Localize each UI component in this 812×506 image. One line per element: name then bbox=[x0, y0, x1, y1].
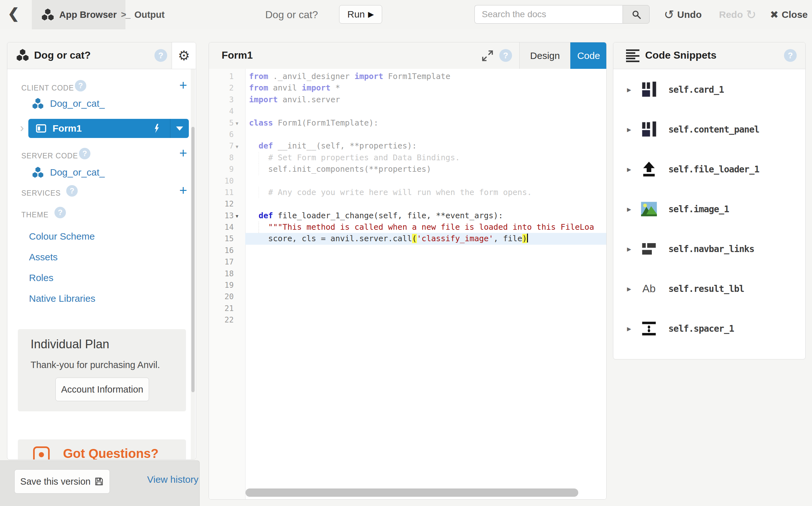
fold-icon[interactable]: ▾ bbox=[236, 212, 245, 220]
close-button[interactable]: ✖ Close bbox=[770, 0, 808, 29]
expand-arrow-icon[interactable]: ▸ bbox=[627, 244, 631, 254]
expand-arrow-icon[interactable]: ▸ bbox=[627, 84, 631, 94]
tab-app-browser[interactable]: App Browser bbox=[32, 0, 125, 29]
code-line-20[interactable]: 20 bbox=[209, 291, 606, 303]
code-line-19[interactable]: 19 bbox=[209, 279, 606, 291]
redo-button[interactable]: Redo ↻ bbox=[719, 0, 756, 29]
line-number: 8 bbox=[209, 152, 236, 163]
snippet-item-result_lbl[interactable]: ▸Abself.result_lbl bbox=[613, 269, 805, 309]
line-number: 4 bbox=[209, 105, 236, 117]
code-line-7[interactable]: 7▾ def __init__(self, **properties): bbox=[209, 140, 606, 152]
view-history-link[interactable]: View history bbox=[147, 474, 198, 485]
code-line-16[interactable]: 16 bbox=[209, 245, 606, 256]
theme-link-roles[interactable]: Roles bbox=[29, 272, 54, 283]
snippet-item-image_1[interactable]: ▸self.image_1 bbox=[613, 189, 805, 229]
snippet-item-spacer_1[interactable]: ▸self.spacer_1 bbox=[613, 309, 805, 348]
help-icon[interactable]: ? bbox=[66, 185, 78, 196]
code-line-8[interactable]: 8 # Set Form properties and Data Binding… bbox=[209, 152, 606, 163]
line-number: 13 bbox=[209, 210, 236, 222]
expand-icon[interactable] bbox=[481, 50, 494, 62]
snippet-item-content_panel[interactable]: ▸self.content_panel bbox=[613, 109, 805, 149]
fold-icon[interactable]: ▾ bbox=[236, 119, 245, 127]
code-line-14[interactable]: 14 """This method is called when a new f… bbox=[209, 222, 606, 233]
code-line-13[interactable]: 13▾ def file_loader_1_change(self, file,… bbox=[209, 210, 606, 222]
gutter-cell: 18 bbox=[209, 268, 245, 279]
code-line-10[interactable]: 10 bbox=[209, 175, 606, 187]
theme-link-native-libraries[interactable]: Native Libraries bbox=[29, 293, 95, 304]
snippet-item-file_loader_1[interactable]: ▸self.file_loader_1 bbox=[613, 149, 805, 189]
code-line-17[interactable]: 17 bbox=[209, 256, 606, 268]
line-number: 10 bbox=[209, 175, 236, 187]
expand-arrow-icon[interactable]: ▸ bbox=[627, 204, 631, 214]
editor-hscrollbar-thumb[interactable] bbox=[245, 489, 578, 497]
got-questions-card[interactable]: Got Questions? bbox=[18, 439, 186, 460]
server-module-label: Dog_or_cat_ bbox=[50, 167, 105, 178]
code-line-2[interactable]: 2from anvil import * bbox=[209, 82, 606, 94]
help-icon[interactable]: ? bbox=[784, 49, 797, 62]
undo-button[interactable]: ↺ Undo bbox=[664, 0, 702, 29]
expand-arrow-icon[interactable]: ▸ bbox=[627, 283, 631, 293]
got-questions-label: Got Questions? bbox=[63, 446, 159, 460]
search-input[interactable] bbox=[475, 5, 622, 23]
expand-chevron-icon[interactable]: › bbox=[20, 121, 24, 135]
add-client-module-button[interactable]: + bbox=[179, 79, 187, 92]
tab-app-browser-label: App Browser bbox=[59, 10, 116, 20]
code-line-3[interactable]: 3import anvil.server bbox=[209, 94, 606, 105]
code-line-6[interactable]: 6 bbox=[209, 129, 606, 140]
help-icon[interactable]: ? bbox=[75, 80, 86, 91]
help-icon[interactable]: ? bbox=[55, 207, 66, 218]
expand-arrow-icon[interactable]: ▸ bbox=[627, 164, 631, 174]
run-button[interactable]: Run ▶ bbox=[339, 5, 382, 23]
code-line-15[interactable]: 15 score, cls = anvil.server.call('class… bbox=[209, 233, 606, 244]
tab-code-selected[interactable]: Code bbox=[570, 43, 607, 69]
snippet-label: self.image_1 bbox=[669, 203, 729, 214]
expand-arrow-icon[interactable]: ▸ bbox=[627, 124, 631, 134]
code-line-21[interactable]: 21 bbox=[209, 303, 606, 314]
form-window-icon bbox=[35, 123, 47, 134]
snippet-item-navbar_links[interactable]: ▸self.navbar_links bbox=[613, 229, 805, 269]
theme-link-colour-scheme[interactable]: Colour Scheme bbox=[29, 231, 95, 242]
form1-item-selected[interactable]: Form1 bbox=[28, 119, 189, 138]
server-module-link[interactable]: Dog_or_cat_ bbox=[31, 166, 105, 179]
tab-output[interactable]: >_ Output bbox=[112, 0, 174, 29]
fold-spacer bbox=[236, 192, 245, 193]
help-icon[interactable]: ? bbox=[499, 49, 512, 62]
expand-arrow-icon[interactable]: ▸ bbox=[627, 323, 631, 333]
help-icon[interactable]: ? bbox=[155, 49, 167, 62]
client-module-link[interactable]: Dog_or_cat_ bbox=[31, 97, 105, 110]
line-number: 21 bbox=[209, 303, 236, 314]
tab-design[interactable]: Design bbox=[519, 43, 570, 69]
code-line-1[interactable]: 1from ._anvil_designer import Form1Templ… bbox=[209, 71, 606, 82]
add-server-module-button[interactable]: + bbox=[179, 147, 187, 160]
code-line-9[interactable]: 9 self.init_components(**properties) bbox=[209, 163, 606, 175]
snippet-item-card_1[interactable]: ▸self.card_1 bbox=[613, 70, 805, 109]
help-icon[interactable]: ? bbox=[79, 148, 90, 159]
code-line-11[interactable]: 11 # Any code you write here will run wh… bbox=[209, 187, 606, 198]
app-settings-button[interactable]: ⚙ bbox=[172, 43, 196, 69]
search-button[interactable] bbox=[622, 5, 649, 23]
section-client-code: CLIENT CODE bbox=[21, 84, 74, 92]
sidebar-scrollbar-thumb[interactable] bbox=[191, 127, 195, 392]
code-text bbox=[245, 198, 606, 210]
gutter-cell: 17 bbox=[209, 256, 245, 268]
account-information-button[interactable]: Account Information bbox=[56, 377, 149, 401]
code-line-18[interactable]: 18 bbox=[209, 268, 606, 279]
anvil-module-icon bbox=[31, 166, 44, 179]
label-icon: Ab bbox=[640, 280, 657, 297]
code-line-5[interactable]: 5▾class Form1(Form1Template): bbox=[209, 117, 606, 129]
fold-spacer bbox=[236, 238, 245, 240]
code-line-22[interactable]: 22 bbox=[209, 314, 606, 326]
code-editor[interactable]: 1from ._anvil_designer import Form1Templ… bbox=[209, 69, 606, 499]
save-version-button[interactable]: Save this version bbox=[14, 470, 110, 494]
gutter-cell: 3 bbox=[209, 94, 245, 105]
back-button[interactable]: ❮ bbox=[8, 5, 19, 21]
form1-dropdown-button[interactable] bbox=[170, 126, 189, 131]
code-snippets-header: Code Snippets ? bbox=[613, 43, 805, 69]
gutter-cell: 15 bbox=[209, 233, 245, 244]
theme-link-assets[interactable]: Assets bbox=[29, 252, 58, 263]
fold-icon[interactable]: ▾ bbox=[236, 142, 245, 150]
code-line-4[interactable]: 4 bbox=[209, 105, 606, 117]
form-editor-title: Form1 bbox=[222, 50, 253, 61]
code-line-12[interactable]: 12 bbox=[209, 198, 606, 210]
add-service-button[interactable]: + bbox=[179, 184, 187, 197]
